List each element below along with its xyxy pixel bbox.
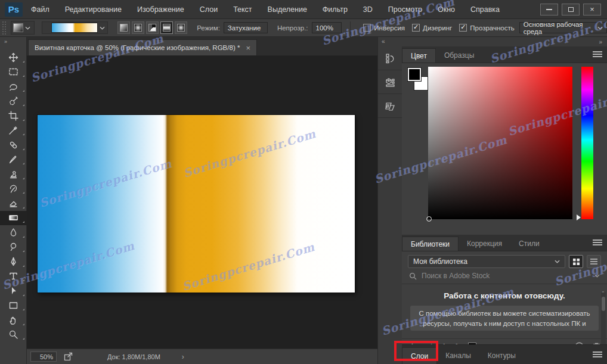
workspace-select[interactable]: Основная рабочая среда xyxy=(519,22,607,33)
canvas-document[interactable] xyxy=(38,115,355,293)
crop-tool[interactable] xyxy=(0,108,27,123)
libraries-panel-tabs: Библиотеки Коррекция Стили xyxy=(402,235,607,251)
scrollbar[interactable]: ⌃ xyxy=(601,292,606,351)
lasso-tool[interactable] xyxy=(0,79,27,94)
invert-checkbox[interactable] xyxy=(363,24,371,32)
export-icon[interactable] xyxy=(64,352,73,361)
tools-panel: » xyxy=(0,37,27,364)
tool-preset-picker[interactable] xyxy=(11,21,35,35)
hue-slider-handle[interactable] xyxy=(577,214,581,220)
maximize-button[interactable] xyxy=(562,4,580,15)
tab-layers[interactable]: Слои xyxy=(402,347,437,364)
spot-healing-brush-tool[interactable] xyxy=(0,138,27,153)
document-tab[interactable]: Визитная карточка @ 50% (Графические изо… xyxy=(28,39,257,55)
path-selection-tool[interactable] xyxy=(0,284,27,298)
tab-color[interactable]: Цвет xyxy=(402,48,436,63)
tab-libraries[interactable]: Библиотеки xyxy=(402,237,459,251)
grid-view-button[interactable] xyxy=(569,255,583,268)
reflected-gradient-button[interactable] xyxy=(160,21,173,34)
menu-image[interactable]: Изображение xyxy=(137,5,184,14)
search-icon xyxy=(409,272,417,280)
move-tool[interactable] xyxy=(0,50,27,65)
opacity-select[interactable]: 100% xyxy=(312,22,342,33)
eraser-tool[interactable] xyxy=(0,196,27,211)
gradient-picker[interactable] xyxy=(42,21,108,34)
tab-adjustments[interactable]: Коррекция xyxy=(459,237,510,251)
history-panel-button[interactable] xyxy=(378,46,402,70)
menu-help[interactable]: Справка xyxy=(470,5,500,14)
library-select-row: Моя библиотека xyxy=(402,251,607,270)
history-brush-icon xyxy=(8,183,18,194)
blur-tool[interactable] xyxy=(0,225,27,240)
hand-tool[interactable] xyxy=(0,313,27,328)
library-select-value: Моя библиотека xyxy=(413,257,555,266)
menu-file[interactable]: Файл xyxy=(31,5,49,14)
menu-3d[interactable]: 3D xyxy=(363,5,373,14)
promo-title: Работа с контентом отовсюду. xyxy=(402,291,607,300)
linear-gradient-button[interactable] xyxy=(117,21,130,34)
options-grip[interactable] xyxy=(2,21,6,35)
angle-gradient-button[interactable] xyxy=(146,21,159,34)
foreground-color-swatch[interactable] xyxy=(408,68,421,81)
rectangle-icon xyxy=(8,300,18,310)
diamond-gradient-button[interactable] xyxy=(175,21,187,34)
search-row xyxy=(402,270,607,284)
panel-collapse-arrow[interactable]: » xyxy=(402,37,607,46)
mode-select[interactable]: Затухание xyxy=(224,22,268,33)
zoom-level-field[interactable]: 50% xyxy=(30,351,57,362)
transparency-checkbox[interactable] xyxy=(459,24,467,32)
pen-icon xyxy=(8,257,18,267)
pen-tool[interactable] xyxy=(0,254,27,269)
tab-styles[interactable]: Стили xyxy=(510,237,548,251)
menu-layers[interactable]: Слои xyxy=(200,5,218,14)
menu-edit[interactable]: Редактирование xyxy=(65,5,122,14)
scroll-up-icon[interactable]: ⌃ xyxy=(601,291,605,296)
gradient-tool[interactable] xyxy=(0,211,27,226)
tab-paths[interactable]: Контуры xyxy=(479,347,524,364)
list-view-button[interactable] xyxy=(587,255,601,268)
library-select[interactable]: Моя библиотека xyxy=(408,255,565,268)
menu-view[interactable]: Просмотр xyxy=(388,5,422,14)
quick-selection-icon xyxy=(8,96,18,106)
menu-select[interactable]: Выделение xyxy=(268,5,307,14)
dodge-tool[interactable] xyxy=(0,240,27,255)
invert-label: Инверсия xyxy=(374,24,405,32)
color-picker-ring[interactable] xyxy=(426,216,432,222)
rectangle-shape-tool[interactable] xyxy=(0,298,27,313)
tab-close-icon[interactable]: × xyxy=(246,43,250,52)
close-button[interactable]: × xyxy=(583,4,601,15)
rectangular-marquee-tool[interactable] xyxy=(0,65,27,80)
window-controls: × xyxy=(540,4,607,15)
hue-slider-bar[interactable] xyxy=(581,67,593,219)
clone-stamp-tool[interactable] xyxy=(0,167,27,182)
type-tool[interactable] xyxy=(0,269,27,284)
zoom-tool[interactable] xyxy=(0,328,27,343)
search-input[interactable] xyxy=(422,272,590,280)
dither-checkbox[interactable] xyxy=(412,24,420,32)
3d-panel-button[interactable] xyxy=(378,70,402,94)
diamond-gradient-icon xyxy=(177,24,185,32)
history-brush-tool[interactable] xyxy=(0,182,27,197)
panel-menu-icon[interactable] xyxy=(593,239,602,247)
magnifier-icon xyxy=(8,329,18,340)
tab-swatches[interactable]: Образцы xyxy=(436,48,482,63)
artboard-panel-button[interactable] xyxy=(378,94,402,118)
brush-tool[interactable] xyxy=(0,153,27,167)
saturation-brightness-picker[interactable] xyxy=(428,67,572,219)
canvas-pasteboard xyxy=(27,56,377,349)
tab-channels[interactable]: Каналы xyxy=(437,347,479,364)
panel-menu-icon[interactable] xyxy=(593,351,602,359)
menu-type[interactable]: Текст xyxy=(233,5,252,14)
scrollbar-thumb[interactable] xyxy=(602,297,605,311)
radial-gradient-button[interactable] xyxy=(132,21,144,34)
minimize-button[interactable] xyxy=(540,4,558,15)
tools-expand-arrow[interactable]: » xyxy=(0,37,26,46)
quick-selection-tool[interactable] xyxy=(0,94,27,109)
menu-filter[interactable]: Фильтр xyxy=(323,5,348,14)
dock-collapse-arrow[interactable]: « xyxy=(378,37,402,46)
status-more-icon[interactable]: › xyxy=(182,353,184,361)
eyedropper-tool[interactable] xyxy=(0,123,27,138)
panel-menu-icon[interactable] xyxy=(593,51,602,58)
menu-window[interactable]: Окно xyxy=(438,5,455,14)
chevron-down-icon[interactable] xyxy=(594,274,600,278)
